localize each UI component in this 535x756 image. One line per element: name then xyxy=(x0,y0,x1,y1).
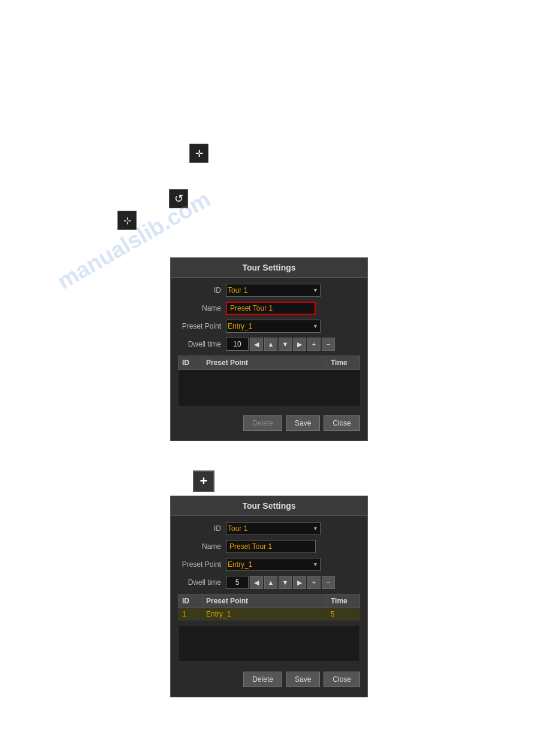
id-select-top[interactable]: Tour 1 xyxy=(226,284,321,297)
dwell-btn-up-top[interactable]: ▲ xyxy=(264,338,277,351)
preset-table-top: ID Preset Point Time xyxy=(178,356,360,406)
tour-settings-dialog-top: Tour Settings ID Tour 1 Name Preset Poin… xyxy=(170,257,368,441)
save-btn-top[interactable]: Save xyxy=(286,415,320,431)
id-row-top: ID Tour 1 xyxy=(178,284,360,297)
preset-point-select-wrapper-top: Entry_1 xyxy=(226,320,321,333)
dwell-btn-down-top[interactable]: ▼ xyxy=(279,338,292,351)
preset-table-bottom: ID Preset Point Time 1 Entry_1 5 xyxy=(178,594,360,621)
close-btn-top[interactable]: Close xyxy=(324,415,360,431)
table-row[interactable]: 1 Entry_1 5 xyxy=(179,608,360,621)
name-label-top: Name xyxy=(178,304,226,312)
close-btn-bottom[interactable]: Close xyxy=(324,672,360,687)
dwell-btn-down-bottom[interactable]: ▼ xyxy=(279,576,292,589)
tour-settings-dialog-bottom: Tour Settings ID Tour 1 Name Preset Poin… xyxy=(170,496,368,697)
id-row-bottom: ID Tour 1 xyxy=(178,522,360,535)
delete-btn-bottom[interactable]: Delete xyxy=(243,672,282,687)
id-label-top: ID xyxy=(178,286,226,294)
plus-icon: + xyxy=(200,473,208,489)
dwell-time-row-top: Dwell time ◀ ▲ ▼ ▶ + − xyxy=(178,338,360,351)
dialog-title-bottom: Tour Settings xyxy=(171,496,367,516)
name-input-top[interactable] xyxy=(226,302,316,315)
id-select-wrapper-top: Tour 1 xyxy=(226,284,321,297)
preset-point-label-top: Preset Point xyxy=(178,322,226,330)
table-empty-space xyxy=(178,626,360,662)
empty-row-top xyxy=(179,370,360,406)
row-time: 5 xyxy=(327,608,360,621)
preset-point-label-bottom: Preset Point xyxy=(178,560,226,569)
name-row-top: Name xyxy=(178,302,360,315)
col-preset-bottom: Preset Point xyxy=(202,594,327,608)
dwell-btn-right-bottom[interactable]: ▶ xyxy=(293,576,306,589)
col-time-bottom: Time xyxy=(327,594,360,608)
dwell-btn-right-top[interactable]: ▶ xyxy=(293,338,306,351)
id-select-wrapper-bottom: Tour 1 xyxy=(226,522,321,535)
col-id-bottom: ID xyxy=(179,594,202,608)
col-id-top: ID xyxy=(179,356,202,370)
row-id: 1 xyxy=(179,608,202,621)
preset-point-row-top: Preset Point Entry_1 xyxy=(178,320,360,333)
menu-icon[interactable]: ⊹ xyxy=(117,211,137,230)
btn-row-bottom: Delete Save Close xyxy=(178,668,360,691)
dwell-btn-plus-top[interactable]: + xyxy=(307,338,321,351)
btn-row-top: Delete Save Close xyxy=(178,412,360,435)
preset-point-select-wrapper-bottom: Entry_1 xyxy=(226,558,321,571)
dwell-btn-up-bottom[interactable]: ▲ xyxy=(264,576,277,589)
dwell-btn-minus-top[interactable]: − xyxy=(322,338,335,351)
add-preset-button[interactable]: + xyxy=(193,470,214,492)
preset-point-row-bottom: Preset Point Entry_1 xyxy=(178,558,360,571)
dwell-btn-plus-bottom[interactable]: + xyxy=(307,576,321,589)
dwell-time-input-top[interactable] xyxy=(226,338,249,351)
move-icon[interactable]: ✛ xyxy=(189,144,208,163)
preset-point-select-top[interactable]: Entry_1 xyxy=(226,320,321,333)
dialog-title-top: Tour Settings xyxy=(171,258,367,278)
delete-btn-top[interactable]: Delete xyxy=(243,415,282,431)
dwell-time-row-bottom: Dwell time ◀ ▲ ▼ ▶ + − xyxy=(178,576,360,589)
row-preset: Entry_1 xyxy=(202,608,327,621)
refresh-icon[interactable]: ↺ xyxy=(169,189,188,208)
id-select-bottom[interactable]: Tour 1 xyxy=(226,522,321,535)
dwell-time-label-bottom: Dwell time xyxy=(178,578,226,587)
id-label-bottom: ID xyxy=(178,524,226,533)
name-input-bottom[interactable] xyxy=(226,540,316,553)
name-label-bottom: Name xyxy=(178,542,226,551)
dwell-time-input-bottom[interactable] xyxy=(226,576,249,589)
col-preset-top: Preset Point xyxy=(202,356,327,370)
dwell-btn-left-bottom[interactable]: ◀ xyxy=(250,576,263,589)
save-btn-bottom[interactable]: Save xyxy=(286,672,320,687)
preset-point-select-bottom[interactable]: Entry_1 xyxy=(226,558,321,571)
dwell-btn-minus-bottom[interactable]: − xyxy=(322,576,335,589)
col-time-top: Time xyxy=(327,356,360,370)
dwell-btn-left-top[interactable]: ◀ xyxy=(250,338,263,351)
name-row-bottom: Name xyxy=(178,540,360,553)
dwell-time-label-top: Dwell time xyxy=(178,340,226,348)
icon-area: ✛ ↺ ⊹ xyxy=(0,12,535,263)
